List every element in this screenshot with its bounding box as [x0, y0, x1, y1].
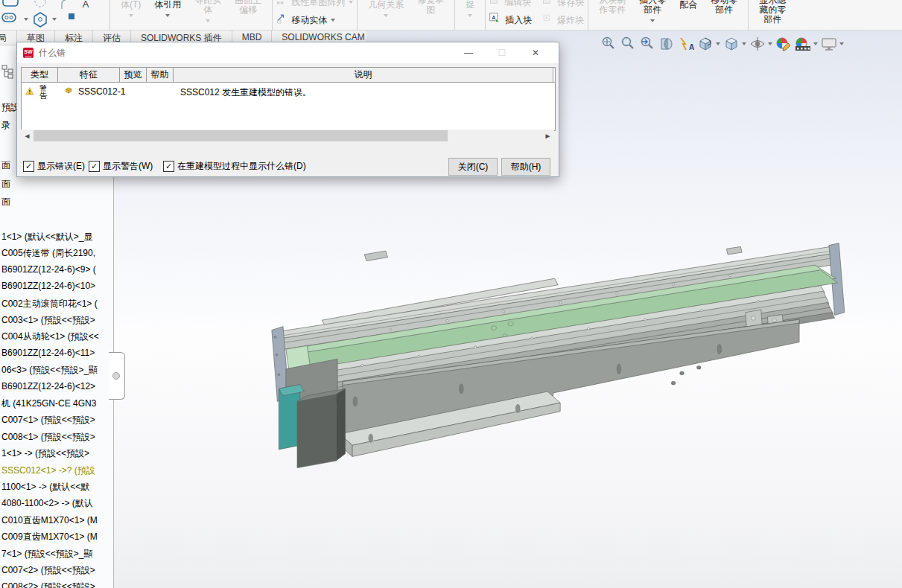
column-header-预览[interactable]: 预览: [120, 68, 147, 82]
offset-on-surface-button[interactable]: 曲面上偏移: [228, 0, 268, 15]
svg-text:A: A: [83, 0, 89, 10]
tree-item[interactable]: C002主动滚筒印花<1> (: [1, 298, 98, 310]
zoom-to-area-icon[interactable]: [620, 36, 636, 52]
tree-item[interactable]: 7<1> (預設<<預設>_顯: [1, 548, 92, 560]
move-component-button[interactable]: 移动零部件: [704, 0, 744, 15]
error-table[interactable]: 类型特征预览帮助说明警告SSSC012-1SSSC012 发生重建模型的错误。: [21, 67, 556, 131]
checkbox-label: 显示错误(E): [37, 160, 85, 173]
tree-item[interactable]: 06<3> (預設<<預設>_顯: [1, 364, 98, 377]
tree-item-partial[interactable]: 录: [1, 119, 10, 132]
ribbon-separator: [485, 0, 486, 31]
zoom-to-fit-icon[interactable]: [600, 36, 617, 52]
mate-button[interactable]: 配合: [673, 0, 704, 10]
移动实体-button[interactable]: 移动实体: [276, 11, 353, 29]
checkbox-box[interactable]: ✓: [23, 161, 34, 172]
minimize-button[interactable]: —: [456, 42, 481, 63]
编辑块-button[interactable]: 编辑块: [489, 0, 532, 11]
help-dialog-button[interactable]: 帮助(H): [501, 158, 550, 176]
button-label: 作零件: [599, 5, 626, 15]
tree-item[interactable]: 1100<1> -> (默认<<默: [1, 481, 89, 493]
horizontal-scrollbar[interactable]: ◄ ►: [21, 130, 554, 142]
snaps-button[interactable]: 捉: [459, 0, 481, 17]
row-feature-name[interactable]: SSSC012-1: [78, 86, 125, 97]
button-label: 部件: [763, 15, 781, 25]
checkbox-显示错误(E)[interactable]: ✓显示错误(E): [23, 160, 85, 173]
checkbox-显示警告(W)[interactable]: ✓显示警告(W): [89, 160, 153, 173]
svg-text:2020: 2020: [25, 55, 33, 59]
panel-splitter-handle[interactable]: [109, 352, 125, 400]
apply-scene-icon[interactable]: [795, 36, 818, 52]
tree-item[interactable]: C007<2> (預設<<預設>: [1, 564, 95, 577]
tree-item[interactable]: C004从动轮<1> (預設<<: [1, 330, 99, 343]
tree-item[interactable]: 1<1> (默认<<默认>_显: [1, 231, 92, 243]
insert-component-button[interactable]: 插入零部件: [632, 0, 673, 22]
make-part-from-block-button[interactable]: 从块制作零件: [592, 0, 632, 15]
view-orientation-icon[interactable]: [723, 36, 746, 52]
section-view-icon[interactable]: [658, 36, 675, 52]
scroll-right-arrow[interactable]: ►: [541, 130, 554, 142]
tree-item[interactable]: C007<1> (預設<<預設>: [1, 414, 95, 426]
maximize-button[interactable]: ☐: [489, 42, 515, 63]
tree-item-partial[interactable]: 面: [1, 159, 10, 172]
convert-entities-button[interactable]: 体引用: [147, 0, 188, 17]
tree-item[interactable]: 机 (41K25GN-CE 4GN3: [1, 397, 96, 410]
tree-item-partial[interactable]: 面: [1, 178, 10, 191]
button-label: 配合: [679, 0, 697, 10]
线性草图阵列-button[interactable]: 线性草图阵列: [276, 0, 353, 11]
tree-item[interactable]: 4080-1100<2> -> (默认: [1, 497, 93, 510]
column-header-说明[interactable]: 说明: [174, 68, 553, 82]
button-label: 图: [426, 5, 435, 15]
hide-show-items-icon[interactable]: [749, 36, 772, 52]
insert-block-icon: A: [489, 13, 502, 28]
tree-item[interactable]: C008<1> (預設<<預設>: [1, 431, 95, 444]
scroll-left-arrow[interactable]: ◄: [21, 130, 34, 142]
close-button[interactable]: ✕: [523, 42, 548, 63]
annotation-views-icon[interactable]: A: [678, 36, 694, 52]
checkbox-box[interactable]: ✓: [89, 161, 100, 172]
feature-manager-tab-icon[interactable]: [1, 64, 15, 82]
button-label: 插入块: [505, 14, 532, 27]
tree-item[interactable]: SSSC012<1> ->? (預設: [1, 464, 95, 477]
trim-entities-button[interactable]: 体(T): [114, 0, 147, 17]
button-label: 捉: [466, 0, 474, 10]
爆炸块-button[interactable]: 爆炸块: [542, 11, 584, 29]
tree-item[interactable]: C008<2> (預設<<預設>: [1, 581, 95, 588]
pattern-icon: [276, 0, 288, 10]
edit-block-icon: [489, 0, 501, 10]
tree-item[interactable]: 1<1> -> (預設<<預設>: [1, 447, 89, 460]
checkbox-label: 在重建模型过程中显示什么错(D): [177, 160, 306, 173]
relations-button[interactable]: 几何关系: [361, 0, 410, 17]
checkbox-在重建模型过程中显示什么错(D)[interactable]: ✓在重建模型过程中显示什么错(D): [163, 160, 306, 173]
warning-icon: [25, 87, 37, 102]
tree-item[interactable]: B6901ZZ(12-24-6)<11>: [1, 348, 95, 358]
edit-appearance-icon[interactable]: [775, 36, 792, 52]
offset-entities-button[interactable]: 等距实体: [188, 0, 228, 22]
tree-item[interactable]: B6901ZZ(12-24-6)<12>: [1, 381, 95, 392]
scrollbar-thumb[interactable]: [34, 130, 448, 141]
button-label: 部件: [715, 5, 733, 15]
repair-sketch-button[interactable]: 修复草图: [410, 0, 451, 15]
tree-item[interactable]: C005传送带 (周长2190,: [1, 247, 95, 260]
保存块-button[interactable]: 保存块: [542, 0, 584, 11]
tab-局[interactable]: 局: [0, 30, 17, 45]
tree-item[interactable]: C009直齿M1X70<1> (M: [1, 531, 98, 543]
section-cube-icon[interactable]: [697, 36, 720, 52]
view-settings-icon[interactable]: [821, 36, 844, 52]
previous-view-icon[interactable]: [639, 36, 655, 52]
column-header-类型[interactable]: 类型: [22, 68, 58, 82]
show-hidden-components-button[interactable]: 显示隐藏的零部件: [752, 0, 793, 25]
tree-item[interactable]: B6901ZZ(12-24-6)<9> (: [1, 264, 96, 275]
column-header-帮助[interactable]: 帮助: [147, 68, 174, 82]
row-type-label: 警告: [39, 85, 48, 100]
tree-item[interactable]: C010直齿M1X70<1> (M: [1, 514, 98, 527]
tree-item[interactable]: B6901ZZ(12-24-6)<10>: [1, 281, 95, 291]
close-dialog-button[interactable]: 关闭(C): [448, 158, 498, 176]
button-label: 爆炸块: [557, 14, 584, 27]
tree-item[interactable]: C003<1> (預設<<預設>: [1, 314, 95, 327]
插入块-button[interactable]: A插入块: [489, 11, 532, 29]
whats-wrong-dialog[interactable]: SW2020 什么错 —☐✕ 类型特征预览帮助说明警告SSSC012-1SSSC…: [16, 42, 559, 177]
checkbox-box[interactable]: ✓: [163, 161, 174, 172]
column-header-特征[interactable]: 特征: [58, 68, 120, 82]
button-label: 编辑块: [504, 0, 531, 9]
tree-item-partial[interactable]: 面: [1, 196, 10, 208]
